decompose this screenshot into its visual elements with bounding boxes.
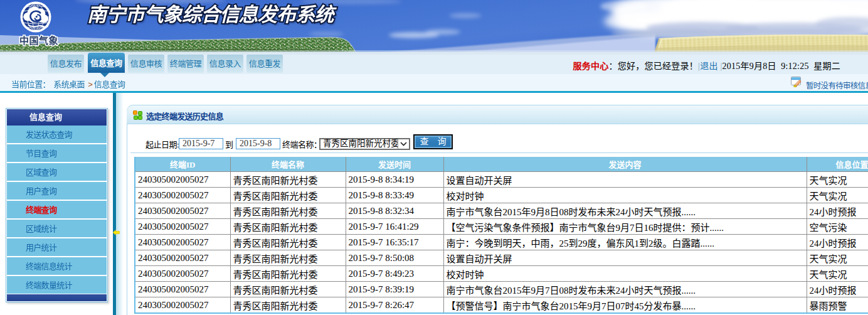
svg-text:中国气象: 中国气象	[19, 35, 58, 46]
